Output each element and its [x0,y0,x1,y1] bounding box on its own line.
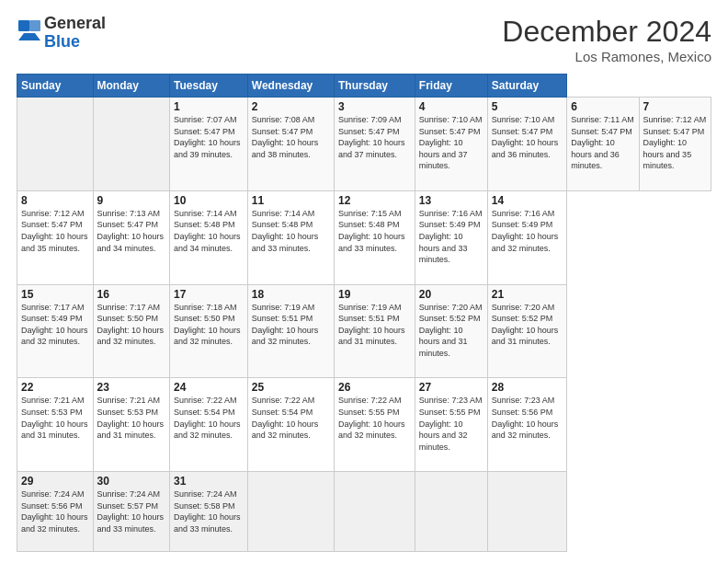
calendar-cell: 12Sunrise: 7:15 AMSunset: 5:48 PMDayligh… [334,190,415,284]
calendar-page: General Blue December 2024 Los Ramones, … [0,0,728,563]
day-info: Sunrise: 7:16 AMSunset: 5:49 PMDaylight:… [492,208,563,254]
calendar-cell: 30Sunrise: 7:24 AMSunset: 5:57 PMDayligh… [93,472,170,552]
day-number: 16 [97,288,166,301]
calendar-cell: 16Sunrise: 7:17 AMSunset: 5:50 PMDayligh… [93,284,170,378]
day-number: 28 [492,381,563,394]
calendar-table: SundayMondayTuesdayWednesdayThursdayFrid… [17,74,711,552]
day-info: Sunrise: 7:21 AMSunset: 5:53 PMDaylight:… [97,395,166,441]
day-number: 14 [492,194,563,207]
day-info: Sunrise: 7:08 AMSunset: 5:47 PMDaylight:… [252,114,330,160]
day-info: Sunrise: 7:12 AMSunset: 5:47 PMDaylight:… [643,114,707,172]
header-monday: Monday [93,75,170,98]
day-info: Sunrise: 7:24 AMSunset: 5:58 PMDaylight:… [174,488,244,534]
day-number: 13 [419,194,483,207]
calendar-cell: 8Sunrise: 7:12 AMSunset: 5:47 PMDaylight… [17,190,94,284]
day-number: 25 [252,381,330,394]
calendar-cell [334,472,415,552]
day-number: 29 [21,475,89,488]
day-info: Sunrise: 7:17 AMSunset: 5:50 PMDaylight:… [97,302,166,348]
logo-text-general: General [44,14,106,32]
calendar-cell: 28Sunrise: 7:23 AMSunset: 5:56 PMDayligh… [487,378,567,472]
logo: General Blue [17,15,106,52]
location-subtitle: Los Ramones, Mexico [502,49,711,64]
week-row-5: 29Sunrise: 7:24 AMSunset: 5:56 PMDayligh… [17,472,711,552]
header-thursday: Thursday [334,75,415,98]
logo-icon [17,18,42,48]
calendar-cell: 13Sunrise: 7:16 AMSunset: 5:49 PMDayligh… [415,190,487,284]
calendar-cell: 18Sunrise: 7:19 AMSunset: 5:51 PMDayligh… [247,284,334,378]
title-section: December 2024 Los Ramones, Mexico [502,15,711,64]
day-info: Sunrise: 7:24 AMSunset: 5:57 PMDaylight:… [97,488,166,534]
day-number: 7 [643,100,707,113]
calendar-cell: 6Sunrise: 7:11 AMSunset: 5:47 PMDaylight… [567,98,639,191]
day-info: Sunrise: 7:14 AMSunset: 5:48 PMDaylight:… [252,208,330,254]
day-number: 24 [174,381,244,394]
day-info: Sunrise: 7:20 AMSunset: 5:52 PMDaylight:… [419,302,483,360]
calendar-cell: 3Sunrise: 7:09 AMSunset: 5:47 PMDaylight… [334,98,415,191]
calendar-cell: 20Sunrise: 7:20 AMSunset: 5:52 PMDayligh… [415,284,487,378]
calendar-cell: 10Sunrise: 7:14 AMSunset: 5:48 PMDayligh… [170,190,248,284]
day-number: 18 [252,288,330,301]
calendar-cell [487,472,567,552]
calendar-cell [247,472,334,552]
calendar-cell [415,472,487,552]
day-info: Sunrise: 7:13 AMSunset: 5:47 PMDaylight:… [97,208,166,254]
day-number: 22 [21,381,89,394]
logo-text-blue: Blue [44,32,80,51]
month-title: December 2024 [502,15,711,49]
calendar-cell: 1Sunrise: 7:07 AMSunset: 5:47 PMDaylight… [170,98,248,191]
day-info: Sunrise: 7:17 AMSunset: 5:49 PMDaylight:… [21,302,89,348]
calendar-cell: 17Sunrise: 7:18 AMSunset: 5:50 PMDayligh… [170,284,248,378]
calendar-cell [17,98,94,191]
day-info: Sunrise: 7:07 AMSunset: 5:47 PMDaylight:… [174,114,244,160]
day-number: 9 [97,194,166,207]
day-info: Sunrise: 7:15 AMSunset: 5:48 PMDaylight:… [338,208,411,254]
day-info: Sunrise: 7:14 AMSunset: 5:48 PMDaylight:… [174,208,244,254]
day-info: Sunrise: 7:21 AMSunset: 5:53 PMDaylight:… [21,395,89,441]
svg-rect-0 [18,20,29,31]
day-number: 15 [21,288,89,301]
day-number: 1 [174,100,244,113]
calendar-cell: 4Sunrise: 7:10 AMSunset: 5:47 PMDaylight… [415,98,487,191]
day-number: 19 [338,288,411,301]
calendar-cell: 25Sunrise: 7:22 AMSunset: 5:54 PMDayligh… [247,378,334,472]
calendar-cell: 15Sunrise: 7:17 AMSunset: 5:49 PMDayligh… [17,284,94,378]
calendar-cell: 21Sunrise: 7:20 AMSunset: 5:52 PMDayligh… [487,284,567,378]
calendar-cell: 23Sunrise: 7:21 AMSunset: 5:53 PMDayligh… [93,378,170,472]
svg-marker-2 [18,33,40,40]
day-info: Sunrise: 7:23 AMSunset: 5:55 PMDaylight:… [419,395,483,453]
day-info: Sunrise: 7:22 AMSunset: 5:55 PMDaylight:… [338,395,411,441]
day-number: 11 [252,194,330,207]
day-number: 2 [252,100,330,113]
header-sunday: Sunday [17,75,94,98]
day-info: Sunrise: 7:20 AMSunset: 5:52 PMDaylight:… [492,302,563,348]
day-number: 21 [492,288,563,301]
calendar-cell: 24Sunrise: 7:22 AMSunset: 5:54 PMDayligh… [170,378,248,472]
calendar-header-row: SundayMondayTuesdayWednesdayThursdayFrid… [17,75,711,98]
calendar-cell: 27Sunrise: 7:23 AMSunset: 5:55 PMDayligh… [415,378,487,472]
header-friday: Friday [415,75,487,98]
day-number: 20 [419,288,483,301]
week-row-1: 1Sunrise: 7:07 AMSunset: 5:47 PMDaylight… [17,98,711,191]
day-number: 31 [174,475,244,488]
calendar-cell: 2Sunrise: 7:08 AMSunset: 5:47 PMDaylight… [247,98,334,191]
header: General Blue December 2024 Los Ramones, … [17,15,711,64]
day-info: Sunrise: 7:22 AMSunset: 5:54 PMDaylight:… [174,395,244,441]
calendar-cell: 7Sunrise: 7:12 AMSunset: 5:47 PMDaylight… [639,98,711,191]
day-info: Sunrise: 7:19 AMSunset: 5:51 PMDaylight:… [338,302,411,348]
day-info: Sunrise: 7:23 AMSunset: 5:56 PMDaylight:… [492,395,563,441]
week-row-3: 15Sunrise: 7:17 AMSunset: 5:49 PMDayligh… [17,284,711,378]
day-info: Sunrise: 7:10 AMSunset: 5:47 PMDaylight:… [419,114,483,172]
day-info: Sunrise: 7:19 AMSunset: 5:51 PMDaylight:… [252,302,330,348]
calendar-cell: 14Sunrise: 7:16 AMSunset: 5:49 PMDayligh… [487,190,567,284]
day-info: Sunrise: 7:09 AMSunset: 5:47 PMDaylight:… [338,114,411,160]
week-row-2: 8Sunrise: 7:12 AMSunset: 5:47 PMDaylight… [17,190,711,284]
header-tuesday: Tuesday [170,75,248,98]
calendar-cell: 29Sunrise: 7:24 AMSunset: 5:56 PMDayligh… [17,472,94,552]
header-wednesday: Wednesday [247,75,334,98]
day-info: Sunrise: 7:24 AMSunset: 5:56 PMDaylight:… [21,488,89,534]
calendar-cell: 26Sunrise: 7:22 AMSunset: 5:55 PMDayligh… [334,378,415,472]
day-number: 30 [97,475,166,488]
calendar-cell: 31Sunrise: 7:24 AMSunset: 5:58 PMDayligh… [170,472,248,552]
day-number: 26 [338,381,411,394]
